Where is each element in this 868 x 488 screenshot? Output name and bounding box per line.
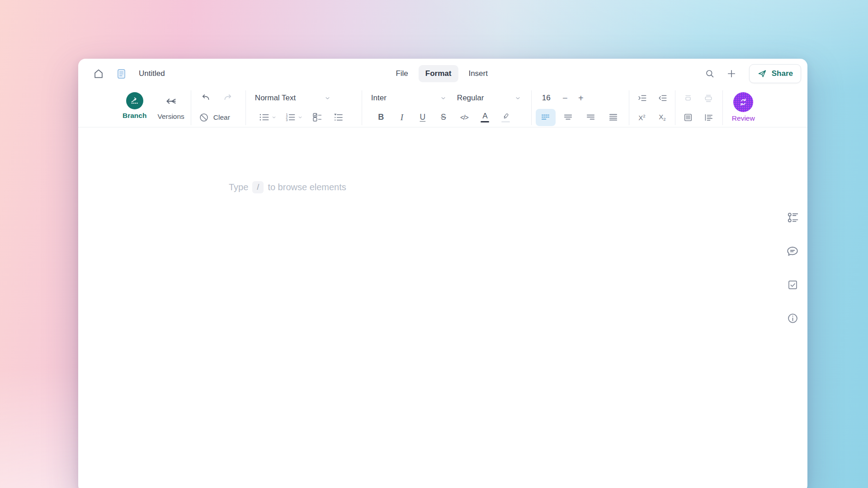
share-button[interactable]: Share xyxy=(749,64,801,83)
home-button[interactable] xyxy=(91,66,106,81)
comments-panel-button[interactable] xyxy=(786,244,799,258)
menu-insert[interactable]: Insert xyxy=(462,65,495,82)
branch-button[interactable]: Branch xyxy=(123,89,146,127)
toggle-list-button[interactable] xyxy=(328,109,348,126)
font-group: Inter Regular B I U S </> xyxy=(362,89,531,127)
subscript-icon: X2 xyxy=(659,113,665,122)
block-below-icon xyxy=(703,93,713,103)
tasks-panel-button[interactable] xyxy=(786,278,799,291)
menu-format[interactable]: Format xyxy=(419,65,458,82)
chevron-down-icon xyxy=(271,115,277,120)
header-right-group: Share xyxy=(702,64,801,83)
font-family-dropdown[interactable]: Inter xyxy=(371,94,447,103)
highlight-button[interactable] xyxy=(496,109,516,126)
font-weight-dropdown[interactable]: Regular xyxy=(457,94,521,103)
editor-canvas[interactable]: Type / to browse elements xyxy=(78,127,807,488)
editor-placeholder: Type / to browse elements xyxy=(229,181,346,193)
justify-button[interactable] xyxy=(604,109,623,126)
document-title[interactable]: Untitled xyxy=(139,69,165,78)
outline-panel-icon xyxy=(786,211,799,225)
font-size-decrease-button[interactable]: − xyxy=(559,91,571,105)
document-icon-button[interactable] xyxy=(113,66,129,81)
chevron-down-icon xyxy=(514,95,521,102)
numbered-list-button[interactable]: 123 xyxy=(281,109,307,126)
versions-button[interactable]: Versions xyxy=(157,89,184,127)
home-icon xyxy=(93,68,104,80)
history-group: Clear xyxy=(191,89,245,127)
placeholder-suffix: to browse elements xyxy=(268,182,346,192)
chevron-down-icon xyxy=(440,95,447,102)
clear-formatting-label: Clear xyxy=(213,113,230,122)
numbered-list-icon: 123 xyxy=(285,112,296,122)
text-color-icon: A xyxy=(481,112,489,122)
menu-file[interactable]: File xyxy=(389,65,415,82)
subscript-button[interactable]: X2 xyxy=(653,109,671,126)
check-list-icon xyxy=(312,112,322,122)
redo-icon xyxy=(222,93,233,103)
paragraph-style-dropdown[interactable]: Normal Text xyxy=(255,94,331,103)
indent-increase-icon xyxy=(637,93,647,103)
bullet-list-button[interactable] xyxy=(255,109,280,126)
versions-label: Versions xyxy=(157,113,184,121)
align-center-button[interactable] xyxy=(558,109,578,126)
comments-panel-icon xyxy=(786,244,799,258)
svg-text:3: 3 xyxy=(286,119,288,122)
align-right-icon xyxy=(585,112,596,122)
align-right-button[interactable] xyxy=(581,109,601,126)
code-button[interactable]: </> xyxy=(454,109,474,126)
caption-block-button[interactable] xyxy=(679,109,697,126)
right-side-rail xyxy=(786,211,799,325)
paragraph-group: Normal Text 123 xyxy=(246,89,362,127)
justify-icon xyxy=(608,112,618,122)
clear-formatting-button[interactable]: Clear xyxy=(198,112,230,123)
font-size-increase-button[interactable]: + xyxy=(575,91,587,105)
align-left-button[interactable] xyxy=(536,109,556,126)
bold-button[interactable]: B xyxy=(371,109,391,126)
indent-decrease-icon xyxy=(657,93,667,103)
indent-decrease-button[interactable] xyxy=(653,89,671,107)
info-panel-button[interactable] xyxy=(786,311,799,325)
branch-icon xyxy=(126,92,143,109)
block-above-button xyxy=(679,89,697,107)
add-button[interactable] xyxy=(724,66,739,81)
indent-increase-button[interactable] xyxy=(633,89,651,107)
clear-formatting-icon xyxy=(198,112,209,123)
search-icon xyxy=(704,68,715,79)
redo-button xyxy=(218,89,238,107)
highlight-icon xyxy=(501,112,510,122)
italic-glyph: I xyxy=(401,113,403,122)
review-button[interactable]: Review xyxy=(732,89,755,127)
underline-button[interactable]: U xyxy=(413,109,433,126)
send-icon xyxy=(757,69,767,79)
strikethrough-button[interactable]: S xyxy=(434,109,453,126)
strikethrough-glyph: S xyxy=(441,113,446,122)
font-weight-value: Regular xyxy=(457,94,484,103)
undo-button[interactable] xyxy=(196,89,216,107)
outline-panel-button[interactable] xyxy=(786,211,799,225)
document-icon xyxy=(116,68,127,80)
text-color-button[interactable]: A xyxy=(475,109,495,126)
menu-bar: File Format Insert xyxy=(389,59,495,89)
review-group: Review xyxy=(723,89,755,127)
paragraph-style-value: Normal Text xyxy=(255,94,296,103)
search-button[interactable] xyxy=(702,66,717,81)
chevron-down-icon xyxy=(297,115,303,120)
chevron-down-icon xyxy=(324,95,331,102)
bullet-list-icon xyxy=(259,112,270,122)
size-align-group: 16 − + xyxy=(532,89,629,127)
branch-label: Branch xyxy=(123,112,146,120)
code-glyph: </> xyxy=(460,114,468,121)
italic-button[interactable]: I xyxy=(392,109,412,126)
indent-script-group: X2 X2 xyxy=(629,89,675,127)
add-icon xyxy=(726,68,737,79)
block-above-icon xyxy=(683,93,693,103)
quote-block-button[interactable] xyxy=(699,109,717,126)
info-panel-icon xyxy=(786,312,799,325)
slash-key-badge: / xyxy=(252,181,264,193)
check-list-button[interactable] xyxy=(307,109,327,126)
review-label: Review xyxy=(732,114,755,122)
editor-window: Untitled File Format Insert Sh xyxy=(78,59,807,488)
superscript-button[interactable]: X2 xyxy=(633,109,651,126)
document-actions-group: Branch Versions xyxy=(120,89,191,127)
font-size-value[interactable]: 16 xyxy=(542,94,556,103)
